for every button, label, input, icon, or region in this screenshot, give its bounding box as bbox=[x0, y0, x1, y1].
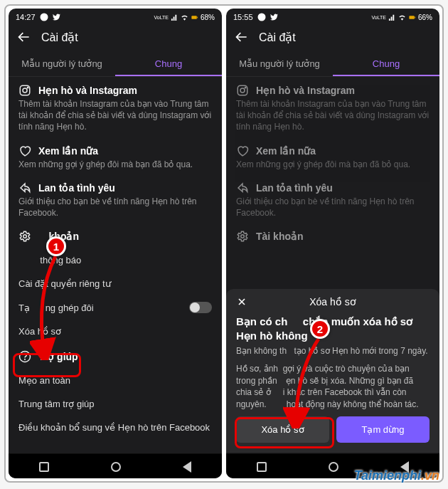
home-button[interactable] bbox=[111, 462, 121, 472]
tabs: Mẫu người lý tưởng Chung bbox=[226, 51, 439, 77]
signal-icon bbox=[171, 14, 178, 21]
modal-text-1: Bạn không thể tạo hồ sơ Hẹn hò mới trong… bbox=[236, 345, 430, 357]
status-time: 14:27 bbox=[16, 13, 36, 21]
tab-general[interactable]: Chung bbox=[115, 51, 222, 76]
heart-icon bbox=[18, 144, 31, 157]
page-title: Cài đặt bbox=[41, 31, 78, 44]
svg-point-6 bbox=[23, 235, 27, 238]
battery-icon bbox=[191, 14, 198, 21]
status-bar: 15:55 VoLTE 66% bbox=[226, 9, 439, 24]
back-button[interactable] bbox=[183, 461, 191, 473]
section-spread-love: Lan tỏa tình yêu Giới thiệu cho bạn bè v… bbox=[226, 174, 439, 223]
phone-left: 14:27 VoLTE 68% Cài đặt Mẫu người lý tưở… bbox=[9, 9, 222, 478]
battery-icon bbox=[408, 14, 416, 21]
svg-rect-1 bbox=[191, 16, 196, 19]
app-bar: Cài đặt bbox=[9, 24, 222, 51]
modal-title: Xóa hồ sơ bbox=[236, 296, 430, 307]
delete-profile-modal: Xóa hồ sơ Bạn có chắc chắn muốn xóa hồ s… bbox=[226, 289, 439, 453]
twitter-status-icon bbox=[53, 13, 61, 21]
svg-point-0 bbox=[40, 14, 48, 21]
battery-percent: 66% bbox=[418, 14, 432, 21]
close-icon[interactable] bbox=[236, 296, 247, 307]
svg-point-13 bbox=[240, 88, 245, 93]
item-delete-profile[interactable]: Xóa hồ sơ bbox=[9, 320, 222, 343]
gear-icon bbox=[236, 230, 249, 243]
item-safety-tips[interactable]: Mẹo an toàn bbox=[9, 369, 222, 392]
item-terms[interactable]: Điều khoản bổ sung về Hẹn hò trên Facebo… bbox=[9, 416, 222, 439]
vol-lte-icon: VoLTE bbox=[371, 15, 386, 20]
share-icon bbox=[236, 182, 249, 194]
tab-ideal[interactable]: Mẫu người lý tưởng bbox=[9, 51, 115, 76]
section-see-again: Xem lần nữa Xem những gợi ý ghép đôi mà … bbox=[226, 137, 439, 174]
item-pause-matching[interactable]: Tạm dng ghép đôi bbox=[9, 295, 222, 320]
pause-button[interactable]: Tạm dừng bbox=[336, 416, 430, 443]
home-button[interactable] bbox=[329, 462, 338, 472]
recents-button[interactable] bbox=[39, 462, 49, 472]
delete-profile-button[interactable]: Xóa hồ sơ bbox=[236, 416, 329, 443]
heart-icon bbox=[236, 144, 249, 157]
item-label: Tạm dng ghép đôi bbox=[18, 303, 94, 313]
section-title: Hẹn hò và Instagram bbox=[38, 85, 137, 96]
item-notifications[interactable]: Cài đthông báo bbox=[9, 248, 222, 272]
section-title: Lan tỏa tình yêu bbox=[38, 182, 115, 194]
section-title: Tài khoản bbox=[256, 231, 304, 242]
section-title: Xem lần nữa bbox=[38, 145, 98, 157]
recents-button[interactable] bbox=[257, 462, 267, 472]
item-label: Cài đặt quyền riêng tư bbox=[18, 278, 111, 289]
facebook-status-icon bbox=[257, 13, 266, 21]
section-see-again[interactable]: Xem lần nữa Xem những gợi ý ghép đôi mà … bbox=[9, 137, 222, 174]
signal-icon bbox=[388, 14, 396, 21]
wifi-icon bbox=[398, 14, 406, 21]
section-help: Trợ giúp bbox=[9, 343, 222, 369]
item-support-center[interactable]: Trung tâm trợ giúp bbox=[9, 392, 222, 416]
modal-text-2: Hồ sơ, ảnh, gợi ý và cuộc trò chuyện của… bbox=[236, 363, 430, 411]
item-label: Cài đthông báo bbox=[18, 255, 81, 265]
section-title: Lan tỏa tình yêu bbox=[256, 182, 333, 194]
section-desc: Thêm tài khoản Instagram của bạn vào Tru… bbox=[236, 98, 430, 133]
content-scroll[interactable]: Hẹn hò và Instagram Thêm tài khoản Insta… bbox=[9, 77, 222, 453]
annotation-badge-1: 1 bbox=[46, 236, 66, 256]
svg-point-15 bbox=[241, 235, 245, 238]
facebook-status-icon bbox=[40, 13, 48, 21]
tabs: Mẫu người lý tưởng Chung bbox=[9, 51, 222, 77]
section-spread-love[interactable]: Lan tỏa tình yêu Giới thiệu cho bạn bè v… bbox=[9, 174, 222, 223]
svg-point-9 bbox=[257, 14, 265, 21]
svg-point-8 bbox=[25, 359, 26, 360]
tab-ideal[interactable]: Mẫu người lý tưởng bbox=[226, 51, 333, 76]
section-account: Tài khoản bbox=[226, 223, 439, 248]
help-icon bbox=[18, 350, 31, 363]
modal-heading: Bạn có chắc chắn muốn xóa hồ sơ Hẹn hò k… bbox=[236, 315, 430, 342]
section-desc: Thêm tài khoản Instagram của bạn vào Tru… bbox=[18, 98, 212, 133]
svg-point-5 bbox=[27, 87, 28, 88]
pause-toggle[interactable] bbox=[189, 302, 212, 313]
status-bar: 14:27 VoLTE 68% bbox=[9, 9, 222, 24]
page-title: Cài đặt bbox=[259, 31, 296, 44]
wifi-icon bbox=[181, 14, 188, 21]
item-label: Trung tâm trợ giúp bbox=[18, 399, 95, 409]
android-nav bbox=[9, 453, 222, 478]
back-icon[interactable] bbox=[235, 30, 249, 44]
item-label: Điều khoản bổ sung về Hẹn hò trên Facebo… bbox=[18, 422, 210, 433]
section-instagram[interactable]: Hẹn hò và Instagram Thêm tài khoản Insta… bbox=[9, 77, 222, 137]
section-desc: Giới thiệu cho bạn bè về tính năng Hẹn h… bbox=[18, 196, 212, 219]
section-desc: Giới thiệu cho bạn bè về tính năng Hẹn h… bbox=[236, 196, 430, 219]
svg-point-14 bbox=[245, 87, 246, 88]
item-privacy[interactable]: Cài đặt quyền riêng tư bbox=[9, 272, 222, 295]
svg-rect-2 bbox=[197, 16, 198, 18]
section-title: Hẹn hò và Instagram bbox=[256, 85, 355, 96]
section-title: Trợ giúp bbox=[38, 351, 78, 362]
section-account: T khoản bbox=[9, 223, 222, 248]
instagram-icon bbox=[236, 84, 249, 97]
svg-rect-10 bbox=[409, 16, 414, 19]
svg-rect-11 bbox=[415, 16, 415, 18]
item-label: Mẹo an toàn bbox=[18, 375, 70, 386]
section-instagram: Hẹn hò và Instagram Thêm tài khoản Insta… bbox=[226, 77, 439, 137]
section-title: Xem lần nữa bbox=[256, 145, 316, 157]
battery-percent: 68% bbox=[201, 14, 215, 21]
status-time: 15:55 bbox=[233, 13, 253, 21]
section-desc: Xem những gợi ý ghép đôi mà bạn đã bỏ qu… bbox=[236, 159, 430, 170]
tab-general[interactable]: Chung bbox=[333, 51, 439, 76]
section-desc: Xem những gợi ý ghép đôi mà bạn đã bỏ qu… bbox=[18, 159, 212, 170]
back-icon[interactable] bbox=[17, 30, 31, 44]
watermark: Taimienphi.vn bbox=[354, 468, 439, 483]
